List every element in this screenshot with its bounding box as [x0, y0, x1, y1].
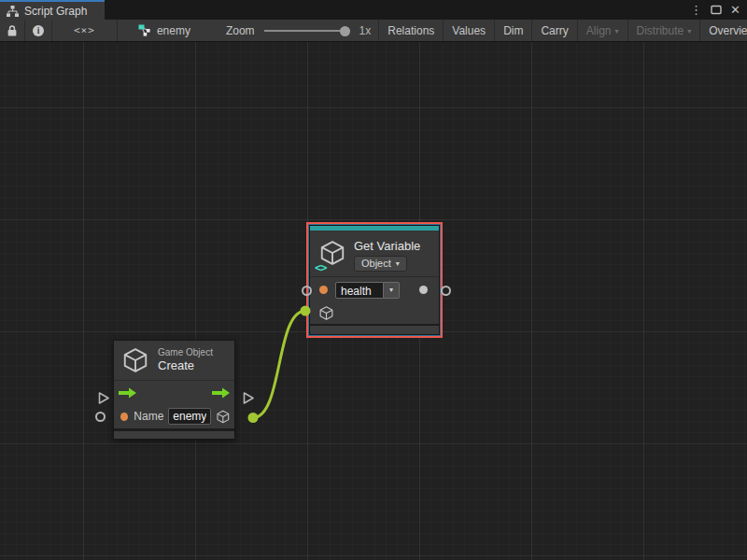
- flow-in-arrow-icon[interactable]: [119, 387, 136, 399]
- node-get-variable[interactable]: <> Get Variable Object ▾: [306, 222, 443, 338]
- info-icon: i: [32, 24, 45, 37]
- code-view-button[interactable]: <×>: [52, 20, 118, 41]
- name-port-label: Name: [134, 410, 163, 423]
- value-output-dot[interactable]: [419, 286, 428, 294]
- zoom-value: 1x: [359, 24, 372, 37]
- svg-text:i: i: [37, 26, 40, 35]
- graph-breadcrumb[interactable]: enemy: [118, 20, 202, 41]
- graph-ref-icon: [138, 24, 151, 36]
- create-node-header: Game Object Create: [114, 341, 234, 380]
- variable-scope-dropdown[interactable]: Object ▾: [354, 256, 407, 272]
- create-node-subtitle: Game Object: [158, 347, 213, 358]
- toolbar-button-group: Relations Values Dim Carry Align ▾ Distr…: [378, 20, 747, 41]
- zoom-label: Zoom: [226, 24, 255, 37]
- values-button[interactable]: Values: [444, 20, 495, 41]
- info-button[interactable]: i: [25, 20, 52, 41]
- create-name-in-port[interactable]: [95, 412, 106, 422]
- get-variable-node-body: <> Get Variable Object ▾: [309, 225, 440, 335]
- lock-button[interactable]: [0, 20, 25, 41]
- flow-out-arrow-icon[interactable]: [212, 387, 230, 399]
- create-flow-in-port[interactable]: [97, 391, 110, 405]
- zoom-control: Zoom 1x: [202, 20, 378, 41]
- graph-name: enemy: [157, 24, 190, 37]
- script-graph-icon: [7, 6, 19, 17]
- tab-script-graph[interactable]: Script Graph: [0, 0, 105, 20]
- get-variable-header: <> Get Variable Object ▾: [310, 231, 439, 276]
- window-controls: ⋮ ✕: [690, 0, 747, 20]
- code-view-icon: <×>: [61, 24, 108, 36]
- overview-button[interactable]: Overview: [700, 20, 747, 41]
- object-input-cube-icon[interactable]: [318, 305, 334, 321]
- carry-button[interactable]: Carry: [532, 20, 577, 41]
- dropdown-arrow-icon: ▾: [396, 259, 400, 268]
- titlebar: Script Graph ⋮ ✕: [0, 0, 747, 20]
- variable-name-port-dot[interactable]: [319, 286, 328, 294]
- wire-start-dot: [248, 413, 259, 423]
- variable-name-in-port[interactable]: [302, 286, 312, 296]
- connection-wire[interactable]: [248, 306, 311, 424]
- variable-name-value: health: [335, 282, 384, 299]
- window-menu-icon[interactable]: ⋮: [690, 4, 702, 16]
- create-flow-row: [114, 381, 234, 404]
- graph-canvas[interactable]: Game Object Create Name: [0, 42, 747, 560]
- toolbar: i <×> enemy Zoom 1x Relations Value: [0, 20, 747, 42]
- create-name-port-row: Name: [114, 404, 234, 428]
- variable-name-port-row: health ▾: [310, 277, 439, 302]
- name-value-input[interactable]: [168, 408, 211, 425]
- selection-inner-border: <> Get Variable Object ▾: [308, 224, 441, 336]
- maximize-icon[interactable]: [711, 5, 722, 15]
- dropdown-arrow-icon: ▾: [687, 27, 691, 35]
- zoom-slider-track: [264, 30, 350, 32]
- node-create[interactable]: Game Object Create Name: [113, 340, 235, 440]
- lock-icon: [7, 24, 18, 37]
- close-icon[interactable]: ✕: [730, 4, 740, 16]
- get-variable-title: Get Variable: [354, 238, 420, 254]
- name-port-dot[interactable]: [120, 413, 128, 421]
- create-flow-out-port[interactable]: [242, 391, 255, 405]
- dim-button[interactable]: Dim: [495, 20, 532, 41]
- tab-title: Script Graph: [24, 5, 87, 18]
- get-variable-footer: [310, 324, 439, 334]
- relations-button[interactable]: Relations: [379, 20, 444, 41]
- zoom-slider[interactable]: [264, 25, 350, 36]
- gameobject-output-cube-icon[interactable]: [216, 409, 231, 425]
- code-brackets-icon: <>: [315, 261, 326, 274]
- create-node-title: Create: [158, 358, 213, 373]
- create-node-footer: [114, 428, 234, 439]
- value-out-port[interactable]: [441, 286, 451, 296]
- select-arrow-icon: ▾: [384, 282, 400, 299]
- variable-name-select[interactable]: health ▾: [335, 282, 400, 299]
- zoom-slider-handle[interactable]: [340, 26, 350, 36]
- dropdown-arrow-icon: ▾: [614, 27, 618, 35]
- object-port-row: [310, 302, 439, 324]
- game-object-cube-icon: [121, 346, 149, 374]
- align-button[interactable]: Align ▾: [578, 20, 628, 41]
- script-graph-window: Script Graph ⋮ ✕ i <×>: [0, 0, 747, 560]
- variable-cube-wrap: <>: [318, 239, 346, 271]
- distribute-button[interactable]: Distribute ▾: [628, 20, 701, 41]
